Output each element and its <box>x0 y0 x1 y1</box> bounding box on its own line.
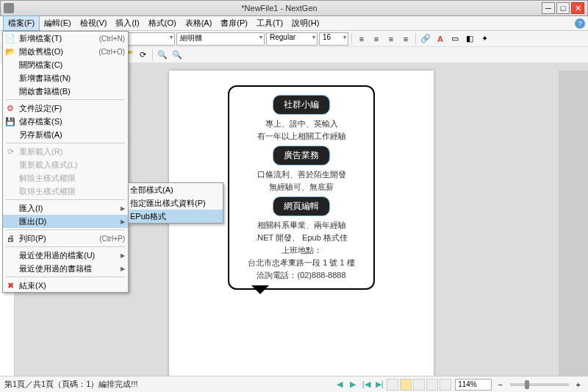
menu-item-label: 最近使用過的書籍檔 <box>19 263 121 274</box>
menu-item-label: 取得主樣式權限 <box>19 186 125 197</box>
file-menu-item[interactable]: 最近使用過的書籍檔▶ <box>3 262 128 275</box>
file-menu-item[interactable]: 匯出(D)▶ <box>3 215 128 228</box>
file-menu-item[interactable]: 新增書籍檔(N) <box>3 71 128 85</box>
size-select[interactable]: 16 <box>319 32 348 46</box>
view-mode-4[interactable] <box>426 379 438 391</box>
menu-table[interactable]: 表格(A) <box>181 16 217 30</box>
submenu-export-style-data[interactable]: 指定匯出樣式資料(P) <box>129 196 223 210</box>
zoom-minus-icon[interactable]: − <box>495 380 505 389</box>
nav-next2-icon[interactable]: ▶| <box>373 379 385 391</box>
file-menu-item[interactable]: 重新載入樣式(L) <box>3 158 128 171</box>
help-icon[interactable]: ? <box>575 18 585 29</box>
submenu-epub-format[interactable]: EPub格式 <box>129 210 223 223</box>
file-menu-item[interactable]: 另存新檔(A) <box>3 128 128 141</box>
view-mode-2[interactable] <box>400 379 412 391</box>
blank-icon <box>4 249 16 261</box>
save-icon: 💾 <box>4 115 16 127</box>
line: 台北市忠孝東路一段 1 號 1 樓 <box>235 257 368 268</box>
align-justify-icon[interactable]: ≡ <box>399 32 412 46</box>
close-icon: ✖ <box>4 279 16 291</box>
blank-icon <box>4 185 16 197</box>
submenu-arrow-icon: ▶ <box>121 218 125 225</box>
doc-icon: 📄 <box>4 32 16 44</box>
file-menu-item[interactable]: ✖結束(X) <box>3 279 128 292</box>
view-mode-1[interactable] <box>387 379 398 391</box>
object-icon[interactable]: ▭ <box>448 32 462 46</box>
close-button[interactable]: ✕ <box>571 2 584 14</box>
zoom-slider[interactable] <box>510 383 569 386</box>
blank-icon <box>4 159 16 171</box>
menu-item-label: 列印(P) <box>19 233 99 244</box>
blank-icon <box>4 202 16 214</box>
statusbar: 第1頁／共1頁（頁碼：1）編排完成!!! ◀ ▶ |◀ ▶| 114% − + <box>0 376 588 392</box>
nav-first-icon[interactable]: ◀ <box>334 379 345 391</box>
line: 上班地點： <box>235 245 368 256</box>
menu-file[interactable]: 檔案(F) <box>3 15 40 31</box>
app-icon <box>4 3 14 13</box>
zoom-plus-icon[interactable]: + <box>573 380 584 389</box>
menu-item-label: 解除主樣式權限 <box>19 173 125 184</box>
menu-insert[interactable]: 插入(I) <box>111 16 143 30</box>
menu-item-label: 匯入(I) <box>19 203 121 214</box>
submenu-arrow-icon: ▶ <box>121 205 125 212</box>
print-icon: 🖨 <box>4 232 16 244</box>
badge-2: 廣告業務 <box>273 146 330 165</box>
minimize-button[interactable]: ─ <box>542 2 555 14</box>
blank-icon <box>4 72 16 84</box>
menu-item-label: 儲存檔案(S) <box>19 116 125 127</box>
blank-icon <box>4 129 16 140</box>
maximize-button[interactable]: □ <box>556 2 570 14</box>
menu-item-label: 另存新檔(A) <box>19 129 125 140</box>
menu-help[interactable]: 說明(H) <box>287 16 323 30</box>
style-a-icon[interactable]: A <box>434 32 447 46</box>
refresh-icon[interactable]: ⟳ <box>136 49 149 62</box>
file-menu-item[interactable]: 最近使用過的檔案(U)▶ <box>3 249 128 262</box>
file-menu-item[interactable]: 開啟書籍檔(B) <box>3 85 128 98</box>
speech-bubble: 社群小編 專上、諳中、英輸入 有一年以上相關工作經驗 廣告業務 口條流利、善於陌… <box>228 85 375 290</box>
file-menu-item[interactable]: 📄新增檔案(T)(Ctrl+N) <box>3 32 128 45</box>
nav-prev2-icon[interactable]: |◀ <box>360 379 372 391</box>
sparkle-icon[interactable]: ✦ <box>478 32 491 46</box>
margin-indicator <box>559 71 588 376</box>
nav-prev-icon[interactable]: ▶ <box>347 379 359 391</box>
align-center-icon[interactable]: ≡ <box>370 32 383 46</box>
menu-format[interactable]: 格式(O) <box>144 16 181 30</box>
line: 有一年以上相關工作經驗 <box>235 131 368 142</box>
menu-item-label: 新增檔案(T) <box>19 33 99 44</box>
zoom-field[interactable]: 114% <box>455 379 492 391</box>
file-menu-item[interactable]: ⚙文件設定(F) <box>3 101 128 115</box>
view-mode-5[interactable] <box>440 379 451 391</box>
font-select[interactable]: 細明體 <box>176 32 265 46</box>
menu-item-label: 開啟舊檔(O) <box>19 46 98 57</box>
crop-icon[interactable]: ◧ <box>463 32 476 46</box>
file-menu-item[interactable]: 解除主樣式權限 <box>3 171 128 185</box>
line: 無經驗可、無底薪 <box>235 182 368 193</box>
link-icon[interactable]: 🔗 <box>419 32 432 46</box>
view-mode-3[interactable] <box>413 379 425 391</box>
file-menu-item[interactable]: 匯入(I)▶ <box>3 202 128 215</box>
align-right-icon[interactable]: ≡ <box>384 32 398 46</box>
submenu-all-styles[interactable]: 全部樣式(A) <box>129 183 223 196</box>
status-text: 第1頁／共1頁（頁碼：1）編排完成!!! <box>4 379 333 390</box>
line: 相關科系畢業、兩年經驗 <box>235 220 368 231</box>
file-menu-item[interactable]: 關閉檔案(C) <box>3 58 128 71</box>
weight-select[interactable]: Regular <box>266 32 318 46</box>
submenu-arrow-icon: ▶ <box>121 252 125 259</box>
menu-book[interactable]: 書扉(P) <box>216 16 252 30</box>
zoom-in-icon[interactable]: 🔍 <box>156 49 169 62</box>
blank-icon <box>4 172 16 184</box>
line: .NET 開發、 Epub 格式佳 <box>235 232 368 243</box>
menu-view[interactable]: 檢視(V) <box>76 16 112 30</box>
file-menu-item[interactable]: 📂開啟舊檔(O)(Ctrl+O) <box>3 45 128 58</box>
line: 洽詢電話：(02)888-8888 <box>235 270 368 281</box>
menu-tools[interactable]: 工具(T) <box>252 16 287 30</box>
align-left-icon[interactable]: ≡ <box>355 32 368 46</box>
zoom-out-icon[interactable]: 🔍 <box>171 49 184 62</box>
file-menu-dropdown: 📄新增檔案(T)(Ctrl+N)📂開啟舊檔(O)(Ctrl+O)關閉檔案(C)新… <box>2 31 129 293</box>
menu-edit[interactable]: 編輯(E) <box>40 16 76 30</box>
menu-item-label: 匯出(D) <box>19 216 121 227</box>
file-menu-item[interactable]: 💾儲存檔案(S) <box>3 115 128 128</box>
file-menu-item[interactable]: ⟳重新載入(R) <box>3 145 128 158</box>
file-menu-item[interactable]: 🖨列印(P)(Ctrl+P) <box>3 232 128 245</box>
file-menu-item[interactable]: 取得主樣式權限 <box>3 185 128 198</box>
